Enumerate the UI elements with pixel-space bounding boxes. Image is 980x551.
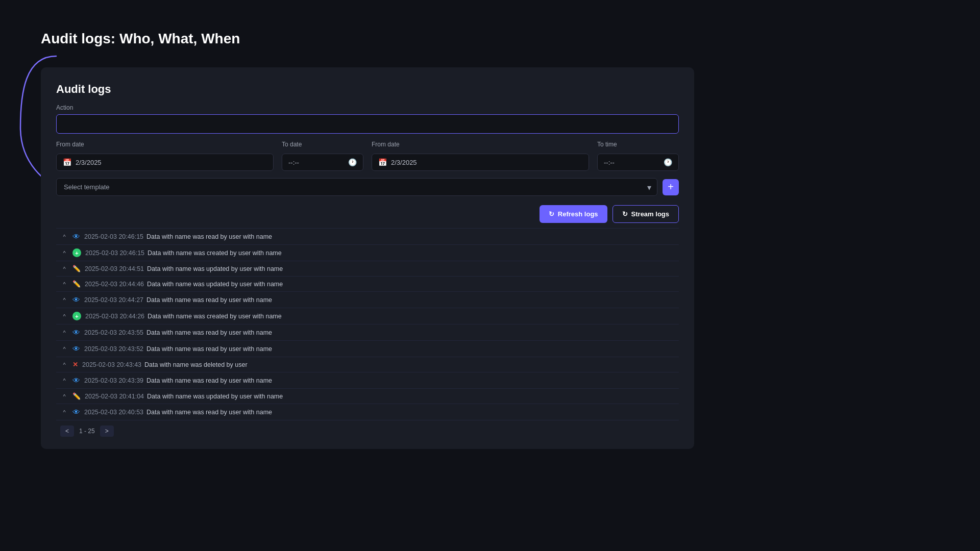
stream-logs-label: Stream logs: [631, 210, 669, 218]
log-text: 2025-02-03 20:43:43Data with name was de…: [82, 361, 675, 368]
log-timestamp: 2025-02-03 20:46:15: [85, 249, 144, 257]
log-text: 2025-02-03 20:41:04Data with name was up…: [85, 393, 675, 400]
to-date-input[interactable]: --:-- 🕐: [282, 154, 363, 171]
to-time-placeholder-2: --:--: [604, 159, 615, 166]
from-date-group: From date 📅 2/3/2025: [56, 141, 274, 171]
to-time-label: To time: [597, 141, 679, 148]
update-icon: ✏️: [72, 392, 81, 400]
from-time-label: From date: [372, 141, 589, 148]
from-time-date-input[interactable]: 📅 2/3/2025: [372, 154, 589, 171]
stream-icon: ↻: [622, 210, 628, 218]
expand-button[interactable]: ^: [60, 250, 68, 256]
log-timestamp: 2025-02-03 20:43:39: [84, 377, 143, 384]
expand-button[interactable]: ^: [60, 234, 68, 240]
expand-button[interactable]: ^: [60, 266, 68, 272]
log-text: 2025-02-03 20:43:39Data with name was re…: [84, 377, 675, 384]
page-container: Audit logs: Who, What, When Audit logs A…: [0, 0, 980, 480]
expand-button[interactable]: ^: [60, 297, 68, 303]
log-timestamp: 2025-02-03 20:44:26: [85, 313, 144, 320]
log-list: ^ 👁 2025-02-03 20:46:15Data with name wa…: [56, 228, 679, 420]
from-date-input[interactable]: 📅 2/3/2025: [56, 154, 274, 171]
log-text: 2025-02-03 20:44:26Data with name was cr…: [85, 313, 675, 320]
log-timestamp: 2025-02-03 20:46:15: [84, 233, 143, 240]
date-row: From date 📅 2/3/2025 To date --:-- 🕐 Fro…: [56, 141, 679, 171]
log-timestamp: 2025-02-03 20:43:55: [84, 329, 143, 336]
log-row[interactable]: ^ 👁 2025-02-03 20:43:52Data with name wa…: [56, 340, 679, 357]
expand-button[interactable]: ^: [60, 362, 68, 368]
create-icon: +: [72, 312, 81, 320]
log-timestamp: 2025-02-03 20:40:53: [84, 409, 143, 416]
log-timestamp: 2025-02-03 20:44:27: [84, 296, 143, 304]
from-date-label: From date: [56, 141, 274, 148]
log-timestamp: 2025-02-03 20:43:43: [82, 361, 141, 368]
log-row[interactable]: ^ 👁 2025-02-03 20:44:27Data with name wa…: [56, 291, 679, 308]
read-icon: 👁: [72, 408, 80, 416]
expand-button[interactable]: ^: [60, 330, 68, 336]
next-page-button[interactable]: >: [100, 425, 114, 437]
delete-icon: ✕: [72, 361, 78, 368]
update-icon: ✏️: [72, 280, 81, 288]
page-info: 1 - 25: [79, 428, 95, 435]
log-text: 2025-02-03 20:44:51Data with name was up…: [85, 265, 675, 272]
from-time-date-group: From date 📅 2/3/2025: [372, 141, 589, 171]
log-text: 2025-02-03 20:44:46Data with name was up…: [85, 281, 675, 288]
pagination-area: < 1 - 25 >: [56, 420, 679, 439]
clock-icon: 🕐: [348, 158, 357, 166]
log-text: 2025-02-03 20:43:55Data with name was re…: [84, 329, 675, 336]
log-text: 2025-02-03 20:46:15Data with name was cr…: [85, 249, 675, 257]
refresh-icon: ↻: [549, 210, 554, 218]
to-date-group: To date --:-- 🕐: [282, 141, 363, 171]
expand-button[interactable]: ^: [60, 378, 68, 384]
stream-logs-button[interactable]: ↻ Stream logs: [612, 205, 679, 223]
page-hero-title: Audit logs: Who, What, When: [41, 31, 939, 47]
log-row[interactable]: ^ 👁 2025-02-03 20:43:55Data with name wa…: [56, 324, 679, 340]
template-select-wrapper: Select template ▾: [56, 178, 657, 196]
template-select[interactable]: Select template: [56, 178, 657, 196]
log-text: 2025-02-03 20:46:15Data with name was re…: [84, 233, 675, 240]
expand-button[interactable]: ^: [60, 281, 68, 287]
add-template-button[interactable]: +: [663, 179, 679, 195]
log-timestamp: 2025-02-03 20:44:46: [85, 281, 144, 288]
log-row[interactable]: ^ + 2025-02-03 20:46:15Data with name wa…: [56, 244, 679, 261]
log-text: 2025-02-03 20:40:53Data with name was re…: [84, 409, 675, 416]
read-icon: 👁: [72, 232, 80, 241]
log-row[interactable]: ^ + 2025-02-03 20:44:26Data with name wa…: [56, 308, 679, 324]
calendar-icon-2: 📅: [378, 158, 387, 166]
to-time-placeholder: --:--: [288, 159, 299, 166]
from-date-value: 2/3/2025: [76, 159, 102, 166]
log-row[interactable]: ^ 👁 2025-02-03 20:46:15Data with name wa…: [56, 228, 679, 244]
action-label: Action: [56, 104, 679, 111]
action-dropdown[interactable]: Read Create Update Delete: [56, 114, 679, 134]
expand-button[interactable]: ^: [60, 313, 68, 319]
log-row[interactable]: ^ 👁 2025-02-03 20:40:53Data with name wa…: [56, 404, 679, 420]
prev-page-button[interactable]: <: [60, 425, 74, 437]
to-time-input[interactable]: --:-- 🕐: [597, 154, 679, 171]
to-time-group: To time --:-- 🕐: [597, 141, 679, 171]
refresh-logs-button[interactable]: ↻ Refresh logs: [540, 205, 607, 223]
log-row[interactable]: ^ ✏️ 2025-02-03 20:41:04Data with name w…: [56, 388, 679, 404]
clock-icon-2: 🕐: [664, 158, 672, 166]
log-row[interactable]: ^ ✕ 2025-02-03 20:43:43Data with name wa…: [56, 357, 679, 372]
read-icon: 👁: [72, 328, 80, 337]
log-text: 2025-02-03 20:43:52Data with name was re…: [84, 345, 675, 353]
to-date-label: To date: [282, 141, 363, 148]
read-icon: 👁: [72, 344, 80, 353]
log-timestamp: 2025-02-03 20:44:51: [85, 265, 144, 272]
audit-logs-card: Audit logs Action Read Create Update Del…: [41, 67, 694, 449]
expand-button[interactable]: ^: [60, 346, 68, 352]
log-row[interactable]: ^ 👁 2025-02-03 20:43:39Data with name wa…: [56, 372, 679, 388]
log-timestamp: 2025-02-03 20:43:52: [84, 345, 143, 353]
card-title: Audit logs: [56, 83, 679, 96]
from-time-date-value: 2/3/2025: [391, 159, 417, 166]
read-icon: 👁: [72, 376, 80, 385]
read-icon: 👁: [72, 295, 80, 304]
calendar-icon: 📅: [63, 158, 71, 166]
log-text: 2025-02-03 20:44:27Data with name was re…: [84, 296, 675, 304]
refresh-logs-label: Refresh logs: [558, 210, 598, 218]
expand-button[interactable]: ^: [60, 409, 68, 415]
log-row[interactable]: ^ ✏️ 2025-02-03 20:44:51Data with name w…: [56, 261, 679, 276]
template-row: Select template ▾ +: [56, 178, 679, 196]
log-row[interactable]: ^ ✏️ 2025-02-03 20:44:46Data with name w…: [56, 276, 679, 291]
expand-button[interactable]: ^: [60, 393, 68, 399]
log-timestamp: 2025-02-03 20:41:04: [85, 393, 144, 400]
